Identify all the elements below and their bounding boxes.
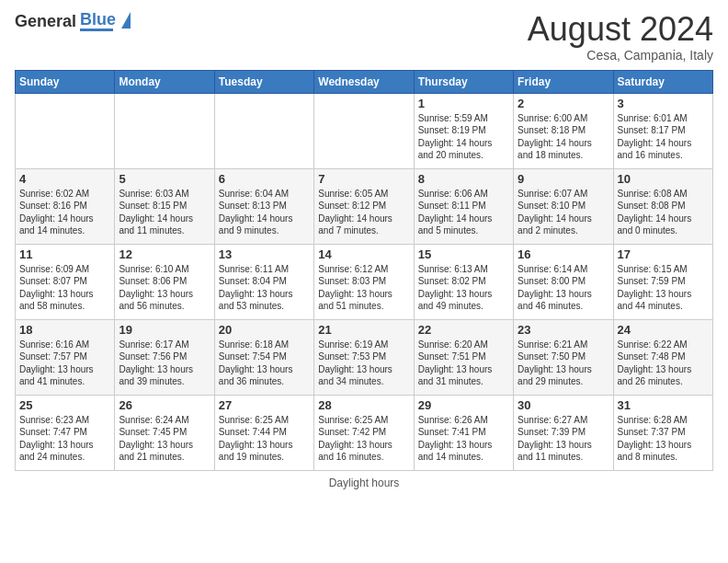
calendar-cell: 25Sunrise: 6:23 AM Sunset: 7:47 PM Dayli… xyxy=(16,395,115,470)
week-row-2: 4Sunrise: 6:02 AM Sunset: 8:16 PM Daylig… xyxy=(16,168,713,244)
day-number: 28 xyxy=(318,398,409,412)
day-info: Sunrise: 6:15 AM Sunset: 7:59 PM Dayligh… xyxy=(618,263,709,313)
header: General Blue August 2024 Cesa, Campania,… xyxy=(15,11,713,63)
day-info: Sunrise: 6:19 AM Sunset: 7:53 PM Dayligh… xyxy=(318,339,409,388)
day-number: 16 xyxy=(518,247,609,261)
day-info: Sunrise: 6:11 AM Sunset: 8:04 PM Dayligh… xyxy=(219,263,310,313)
calendar-cell: 7Sunrise: 6:05 AM Sunset: 8:12 PM Daylig… xyxy=(314,168,414,244)
calendar-cell: 8Sunrise: 6:06 AM Sunset: 8:11 PM Daylig… xyxy=(414,168,513,244)
subtitle: Cesa, Campania, Italy xyxy=(528,48,713,63)
calendar-cell: 24Sunrise: 6:22 AM Sunset: 7:48 PM Dayli… xyxy=(613,319,712,395)
day-info: Sunrise: 6:07 AM Sunset: 8:10 PM Dayligh… xyxy=(518,188,609,237)
day-info: Sunrise: 6:25 AM Sunset: 7:44 PM Dayligh… xyxy=(219,414,310,464)
week-row-4: 18Sunrise: 6:16 AM Sunset: 7:57 PM Dayli… xyxy=(16,319,713,395)
col-header-friday: Friday xyxy=(514,70,613,93)
calendar: SundayMondayTuesdayWednesdayThursdayFrid… xyxy=(15,70,713,471)
calendar-cell: 1Sunrise: 5:59 AM Sunset: 8:19 PM Daylig… xyxy=(414,93,513,168)
day-info: Sunrise: 6:10 AM Sunset: 8:06 PM Dayligh… xyxy=(119,263,210,313)
day-info: Sunrise: 6:16 AM Sunset: 7:57 PM Dayligh… xyxy=(19,339,110,388)
day-number: 1 xyxy=(418,97,509,110)
calendar-cell: 22Sunrise: 6:20 AM Sunset: 7:51 PM Dayli… xyxy=(414,319,513,395)
day-number: 15 xyxy=(418,247,509,261)
calendar-cell: 15Sunrise: 6:13 AM Sunset: 8:02 PM Dayli… xyxy=(414,244,513,319)
day-number: 29 xyxy=(418,398,509,412)
daylight-label: Daylight hours xyxy=(329,477,400,489)
day-info: Sunrise: 6:25 AM Sunset: 7:42 PM Dayligh… xyxy=(318,414,409,464)
day-number: 8 xyxy=(418,172,509,186)
day-number: 5 xyxy=(119,172,210,186)
calendar-cell xyxy=(115,93,214,168)
day-number: 27 xyxy=(219,398,310,412)
day-info: Sunrise: 6:06 AM Sunset: 8:11 PM Dayligh… xyxy=(418,188,509,237)
calendar-cell: 14Sunrise: 6:12 AM Sunset: 8:03 PM Dayli… xyxy=(314,244,414,319)
calendar-cell: 31Sunrise: 6:28 AM Sunset: 7:37 PM Dayli… xyxy=(613,395,712,470)
calendar-cell: 21Sunrise: 6:19 AM Sunset: 7:53 PM Dayli… xyxy=(314,319,414,395)
calendar-cell: 6Sunrise: 6:04 AM Sunset: 8:13 PM Daylig… xyxy=(214,168,313,244)
day-number: 12 xyxy=(119,247,210,261)
day-number: 4 xyxy=(19,172,110,186)
page: General Blue August 2024 Cesa, Campania,… xyxy=(0,0,728,497)
calendar-cell: 29Sunrise: 6:26 AM Sunset: 7:41 PM Dayli… xyxy=(414,395,513,470)
calendar-cell: 16Sunrise: 6:14 AM Sunset: 8:00 PM Dayli… xyxy=(514,244,613,319)
day-info: Sunrise: 6:04 AM Sunset: 8:13 PM Dayligh… xyxy=(219,188,310,237)
day-number: 22 xyxy=(418,323,509,337)
col-header-wednesday: Wednesday xyxy=(314,70,414,93)
col-header-thursday: Thursday xyxy=(414,70,513,93)
calendar-cell xyxy=(214,93,313,168)
calendar-cell: 27Sunrise: 6:25 AM Sunset: 7:44 PM Dayli… xyxy=(214,395,313,470)
day-info: Sunrise: 6:02 AM Sunset: 8:16 PM Dayligh… xyxy=(19,188,110,237)
day-info: Sunrise: 6:08 AM Sunset: 8:08 PM Dayligh… xyxy=(618,188,709,237)
calendar-cell: 12Sunrise: 6:10 AM Sunset: 8:06 PM Dayli… xyxy=(115,244,214,319)
day-info: Sunrise: 6:28 AM Sunset: 7:37 PM Dayligh… xyxy=(618,414,709,464)
day-info: Sunrise: 6:12 AM Sunset: 8:03 PM Dayligh… xyxy=(318,263,409,313)
day-number: 19 xyxy=(119,323,210,337)
col-header-saturday: Saturday xyxy=(613,70,712,93)
day-info: Sunrise: 6:21 AM Sunset: 7:50 PM Dayligh… xyxy=(518,339,609,388)
calendar-cell: 4Sunrise: 6:02 AM Sunset: 8:16 PM Daylig… xyxy=(16,168,115,244)
col-header-monday: Monday xyxy=(115,70,214,93)
day-info: Sunrise: 6:22 AM Sunset: 7:48 PM Dayligh… xyxy=(618,339,709,388)
footer: Daylight hours xyxy=(15,477,713,489)
calendar-cell: 3Sunrise: 6:01 AM Sunset: 8:17 PM Daylig… xyxy=(613,93,712,168)
calendar-cell: 20Sunrise: 6:18 AM Sunset: 7:54 PM Dayli… xyxy=(214,319,313,395)
col-header-tuesday: Tuesday xyxy=(214,70,313,93)
week-row-1: 1Sunrise: 5:59 AM Sunset: 8:19 PM Daylig… xyxy=(16,93,713,168)
day-info: Sunrise: 6:24 AM Sunset: 7:45 PM Dayligh… xyxy=(119,414,210,464)
day-number: 25 xyxy=(19,398,110,412)
day-number: 2 xyxy=(518,97,609,110)
day-info: Sunrise: 5:59 AM Sunset: 8:19 PM Dayligh… xyxy=(418,112,509,162)
day-number: 26 xyxy=(119,398,210,412)
day-number: 7 xyxy=(318,172,409,186)
calendar-cell: 28Sunrise: 6:25 AM Sunset: 7:42 PM Dayli… xyxy=(314,395,414,470)
calendar-cell xyxy=(16,93,115,168)
calendar-cell: 10Sunrise: 6:08 AM Sunset: 8:08 PM Dayli… xyxy=(613,168,712,244)
day-info: Sunrise: 6:13 AM Sunset: 8:02 PM Dayligh… xyxy=(418,263,509,313)
day-number: 3 xyxy=(618,97,709,110)
title-block: August 2024 Cesa, Campania, Italy xyxy=(528,11,713,63)
day-number: 21 xyxy=(318,323,409,337)
day-info: Sunrise: 6:17 AM Sunset: 7:56 PM Dayligh… xyxy=(119,339,210,388)
calendar-cell: 30Sunrise: 6:27 AM Sunset: 7:39 PM Dayli… xyxy=(514,395,613,470)
calendar-cell: 9Sunrise: 6:07 AM Sunset: 8:10 PM Daylig… xyxy=(514,168,613,244)
col-header-sunday: Sunday xyxy=(16,70,115,93)
day-number: 11 xyxy=(19,247,110,261)
day-info: Sunrise: 6:27 AM Sunset: 7:39 PM Dayligh… xyxy=(518,414,609,464)
calendar-cell: 23Sunrise: 6:21 AM Sunset: 7:50 PM Dayli… xyxy=(514,319,613,395)
day-number: 31 xyxy=(618,398,709,412)
day-info: Sunrise: 6:05 AM Sunset: 8:12 PM Dayligh… xyxy=(318,188,409,237)
calendar-cell: 19Sunrise: 6:17 AM Sunset: 7:56 PM Dayli… xyxy=(115,319,214,395)
day-info: Sunrise: 6:09 AM Sunset: 8:07 PM Dayligh… xyxy=(19,263,110,313)
logo-general: General xyxy=(15,12,76,31)
day-info: Sunrise: 6:23 AM Sunset: 7:47 PM Dayligh… xyxy=(19,414,110,464)
day-number: 17 xyxy=(618,247,709,261)
day-number: 23 xyxy=(518,323,609,337)
calendar-cell: 26Sunrise: 6:24 AM Sunset: 7:45 PM Dayli… xyxy=(115,395,214,470)
day-info: Sunrise: 6:03 AM Sunset: 8:15 PM Dayligh… xyxy=(119,188,210,237)
logo: General Blue xyxy=(15,11,131,31)
week-row-3: 11Sunrise: 6:09 AM Sunset: 8:07 PM Dayli… xyxy=(16,244,713,319)
day-number: 9 xyxy=(518,172,609,186)
day-info: Sunrise: 6:01 AM Sunset: 8:17 PM Dayligh… xyxy=(618,112,709,162)
calendar-cell: 18Sunrise: 6:16 AM Sunset: 7:57 PM Dayli… xyxy=(16,319,115,395)
calendar-header-row: SundayMondayTuesdayWednesdayThursdayFrid… xyxy=(16,70,713,93)
calendar-cell: 17Sunrise: 6:15 AM Sunset: 7:59 PM Dayli… xyxy=(613,244,712,319)
